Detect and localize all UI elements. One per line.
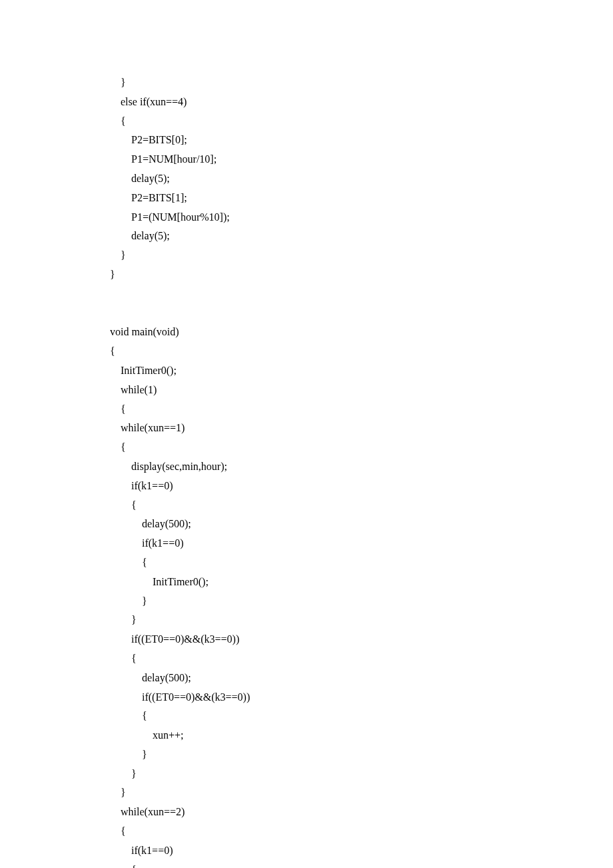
code-line: } (110, 783, 613, 803)
code-line: { (110, 553, 613, 573)
code-line: { (110, 707, 613, 726)
code-line: if((ET0==0)&&(k3==0)) (110, 688, 613, 707)
code-line: { (110, 400, 613, 419)
code-line: { (110, 342, 613, 361)
code-line: P2=BITS[1]; (110, 189, 613, 208)
code-line: } (110, 592, 613, 611)
code-line: InitTimer0(); (110, 573, 613, 592)
code-page: } else if(xun==4) { P2=BITS[0]; P1=NUM[h… (0, 0, 613, 868)
code-line: if(k1==0) (110, 477, 613, 496)
code-line: { (110, 649, 613, 669)
code-line: P2=BITS[0]; (110, 131, 613, 150)
code-line: { (110, 822, 613, 841)
code-line: delay(500); (110, 515, 613, 534)
code-line: delay(500); (110, 669, 613, 688)
code-line: { (110, 112, 613, 131)
code-line: { (110, 496, 613, 515)
code-line: void main(void) (110, 323, 613, 342)
code-line: } (110, 246, 613, 265)
code-line: else if(xun==4) (110, 93, 613, 112)
code-line (110, 304, 613, 323)
code-line: } (110, 265, 613, 285)
code-line: delay(5); (110, 227, 613, 246)
code-line: if(k1==0) (110, 841, 613, 861)
code-line: { (110, 438, 613, 457)
code-line: if((ET0==0)&&(k3==0)) (110, 630, 613, 649)
code-line: } (110, 73, 613, 93)
code-line: delay(5); (110, 169, 613, 189)
code-line: } (110, 765, 613, 784)
code-line: InitTimer0(); (110, 361, 613, 381)
code-line: } (110, 611, 613, 630)
code-line: xun++; (110, 726, 613, 745)
code-line: if(k1==0) (110, 534, 613, 553)
code-line: P1=(NUM[hour%10]); (110, 208, 613, 227)
code-line: display(sec,min,hour); (110, 457, 613, 477)
code-line: while(1) (110, 381, 613, 400)
code-line: } (110, 745, 613, 765)
code-line: while(xun==2) (110, 803, 613, 822)
code-line: while(xun==1) (110, 419, 613, 438)
code-block: } else if(xun==4) { P2=BITS[0]; P1=NUM[h… (110, 73, 613, 868)
code-line: P1=NUM[hour/10]; (110, 150, 613, 169)
code-line (110, 285, 613, 304)
code-line: { (110, 861, 613, 868)
